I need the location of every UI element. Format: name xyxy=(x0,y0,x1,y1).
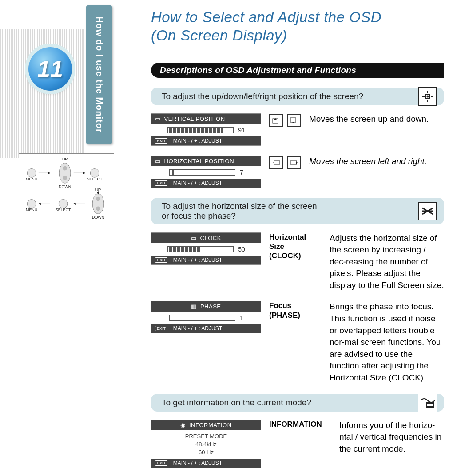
phase-label-l1: Focus xyxy=(269,301,291,310)
osd-phase-value: 1 xyxy=(240,314,243,321)
svg-point-19 xyxy=(427,95,429,97)
osd-clock: ▭CLOCK 50 EXIT: MAIN - / + : ADJUST xyxy=(151,232,261,265)
info-small-icon: ◉ xyxy=(180,422,186,428)
subsection-info-text: To get information on the current mode? xyxy=(162,398,400,408)
osd-horiz-title: HORIZONTAL POSITION xyxy=(164,158,234,164)
svg-point-4 xyxy=(63,176,67,180)
info-line3: 60 Hz xyxy=(199,449,214,456)
clock-icon: ▭ xyxy=(191,235,197,241)
exit-icon: EXIT xyxy=(155,180,167,186)
subsection-size-line1: To adjust the horizontal size of the scr… xyxy=(162,201,400,211)
info-line2: 48.4kHz xyxy=(195,441,217,448)
page-title: How to Select and Adjust the OSD (On Scr… xyxy=(151,8,444,45)
position-icon xyxy=(418,87,437,106)
osd-clock-value: 50 xyxy=(238,246,245,253)
clock-label-l3: (CLOCK) xyxy=(269,252,301,260)
svg-point-11 xyxy=(59,200,68,208)
svg-point-14 xyxy=(96,197,100,201)
phase-small-icon: ▥ xyxy=(191,303,197,310)
osd-horiz-value: 7 xyxy=(240,169,243,176)
subsection-information: To get information on the current mode? xyxy=(151,394,444,412)
page-title-line1: How to Select and Adjust the OSD xyxy=(151,9,381,25)
svg-point-2 xyxy=(59,163,71,183)
osd-clock-title: CLOCK xyxy=(200,235,221,241)
svg-rect-21 xyxy=(290,118,296,122)
osd-info-title: INFORMATION xyxy=(189,422,232,428)
svg-text:SELECT: SELECT xyxy=(56,208,71,212)
subsection-size-line2: or focus the phase? xyxy=(162,211,400,221)
exit-icon: EXIT xyxy=(155,138,167,144)
osd-vert-value: 91 xyxy=(238,127,245,134)
vert-desc: Moves the screen up and down. xyxy=(309,113,444,125)
svg-rect-25 xyxy=(427,404,433,406)
arrow-right-icon xyxy=(287,156,301,169)
phase-icon xyxy=(418,202,437,220)
osd-horizontal-position: ▭HORIZONTAL POSITION 7 EXIT: MAIN - / + … xyxy=(151,156,261,188)
svg-point-7 xyxy=(90,169,99,178)
exit-icon: EXIT xyxy=(155,460,167,466)
svg-text:UP: UP xyxy=(62,157,68,161)
info-label: INFORMATION xyxy=(269,420,331,429)
svg-point-15 xyxy=(96,206,100,211)
screen-icon: ▭ xyxy=(155,116,161,122)
svg-text:MENU: MENU xyxy=(26,208,37,212)
svg-point-0 xyxy=(27,169,36,178)
svg-rect-22 xyxy=(274,160,279,165)
svg-rect-23 xyxy=(291,160,296,165)
phase-label-l2: (PHASE) xyxy=(269,311,300,320)
osd-phase-title: PHASE xyxy=(200,303,221,310)
osd-vert-foot: : MAIN - / + : ADJUST xyxy=(170,138,222,144)
clock-label: Horizontal Size (CLOCK) xyxy=(269,232,322,261)
svg-point-13 xyxy=(92,194,104,214)
clock-label-l1: Horizontal xyxy=(269,233,306,241)
subsection-size-phase: To adjust the horizontal size of the scr… xyxy=(151,198,444,224)
section-header: Descriptions of OSD Adjustment and Funct… xyxy=(151,63,444,78)
info-label-text: INFORMATION xyxy=(269,420,322,428)
horiz-desc: Moves the screen left and right. xyxy=(309,156,444,168)
svg-text:DOWN: DOWN xyxy=(59,184,71,189)
button-layout-diagram: MENU UPDOWN SELECT MENU SELECT UPDOWN xyxy=(19,153,114,219)
osd-horiz-foot: : MAIN - / + : ADJUST xyxy=(170,180,222,186)
osd-phase: ▥PHASE 1 EXIT: MAIN - / + : ADJUST xyxy=(151,301,261,333)
info-line1: PRESET MODE xyxy=(185,433,227,440)
osd-phase-foot: : MAIN - / + : ADJUST xyxy=(170,325,222,332)
exit-icon: EXIT xyxy=(155,257,167,263)
svg-text:DOWN: DOWN xyxy=(92,215,104,219)
info-desc: Informs you of the horizo-ntal / vertica… xyxy=(339,420,444,455)
page-title-line2: (On Screen Display) xyxy=(151,27,287,44)
arrow-left-icon xyxy=(269,156,283,169)
sidebar-tab-label: How do I use the Monitor xyxy=(86,5,112,144)
subsection-position: To adjust the up/down/left/right positio… xyxy=(151,88,444,105)
phase-desc: Brings the phase into focus. This functi… xyxy=(330,301,444,384)
osd-clock-foot: : MAIN - / + : ADJUST xyxy=(170,257,222,263)
arrow-down-icon xyxy=(287,114,301,127)
osd-info-foot: : MAIN - / + : ADJUST xyxy=(170,460,222,466)
info-icon xyxy=(418,393,437,412)
clock-desc: Adjusts the horizontal size of the scree… xyxy=(330,232,444,292)
osd-vert-title: VERTICAL POSITION xyxy=(164,116,225,122)
phase-label: Focus (PHASE) xyxy=(269,301,322,320)
svg-text:MENU: MENU xyxy=(26,177,37,181)
svg-point-9 xyxy=(27,200,36,208)
osd-vertical-position: ▭VERTICAL POSITION 91 EXIT: MAIN - / + :… xyxy=(151,113,261,146)
screen-icon: ▭ xyxy=(155,158,161,164)
svg-point-3 xyxy=(63,166,67,171)
osd-information: ◉INFORMATION PRESET MODE 48.4kHz 60 Hz E… xyxy=(151,420,261,468)
svg-text:SELECT: SELECT xyxy=(87,177,103,181)
arrow-up-icon xyxy=(269,114,283,127)
exit-icon: EXIT xyxy=(155,326,167,331)
subsection-position-text: To adjust the up/down/left/right positio… xyxy=(162,92,400,101)
clock-label-l2: Size xyxy=(269,242,284,251)
page-number-badge: 11 xyxy=(28,47,72,91)
